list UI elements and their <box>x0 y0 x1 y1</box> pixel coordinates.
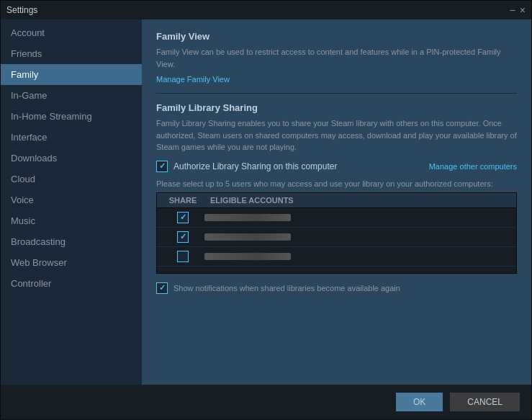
sidebar-item-inhomestreaming[interactable]: In-Home Streaming <box>1 106 142 127</box>
notify-row: Show notifications when shared libraries… <box>156 282 517 294</box>
table-desc: Please select up to 5 users who may acce… <box>156 179 517 188</box>
table-row <box>157 228 516 247</box>
family-library-section: Family Library Sharing Family Library Sh… <box>156 102 517 294</box>
account-name-2 <box>204 233 291 241</box>
table-row <box>157 247 516 267</box>
row-check-3 <box>161 251 204 262</box>
accounts-column-header: ELIGIBLE ACCOUNTS <box>204 196 512 205</box>
sidebar-item-account[interactable]: Account <box>1 22 142 43</box>
window-title: Settings <box>6 5 37 15</box>
sidebar-item-interface[interactable]: Interface <box>1 127 142 148</box>
window-controls: − × <box>510 5 526 15</box>
account-name-3 <box>204 253 291 260</box>
eligible-rows <box>157 208 516 273</box>
sidebar-item-broadcasting[interactable]: Broadcasting <box>1 231 142 252</box>
window-content: Account Friends Family In-Game In-Home S… <box>1 19 531 385</box>
ok-button[interactable]: OK <box>396 393 443 411</box>
authorize-row: Authorize Library Sharing on this comput… <box>156 161 517 172</box>
notify-label: Show notifications when shared libraries… <box>173 284 400 292</box>
account-name-1 <box>204 214 291 221</box>
table-row <box>157 208 516 228</box>
sidebar-item-controller[interactable]: Controller <box>1 273 142 294</box>
family-view-section: Family View Family View can be used to r… <box>156 31 517 84</box>
authorize-left: Authorize Library Sharing on this comput… <box>156 161 337 172</box>
cancel-button[interactable]: CANCEL <box>450 393 520 411</box>
sidebar-item-downloads[interactable]: Downloads <box>1 148 142 169</box>
account-checkbox-1[interactable] <box>177 212 189 223</box>
account-checkbox-3[interactable] <box>177 251 189 262</box>
main-panel: Family View Family View can be used to r… <box>142 19 531 385</box>
title-bar: Settings − × <box>1 1 531 19</box>
section-divider <box>156 93 517 94</box>
notify-checkbox[interactable] <box>156 282 168 294</box>
row-check-2 <box>161 231 204 243</box>
sidebar-item-family[interactable]: Family <box>1 64 142 85</box>
manage-family-view-link[interactable]: Manage Family View <box>156 75 230 84</box>
close-button[interactable]: × <box>520 5 526 15</box>
row-check-1 <box>161 212 204 223</box>
sidebar-item-music[interactable]: Music <box>1 210 142 231</box>
share-column-header: SHARE <box>161 196 204 205</box>
account-checkbox-2[interactable] <box>177 231 189 243</box>
table-header: SHARE ELIGIBLE ACCOUNTS <box>157 193 516 208</box>
sidebar-item-voice[interactable]: Voice <box>1 189 142 210</box>
manage-other-computers-link[interactable]: Manage other computers <box>429 162 517 171</box>
footer: OK CANCEL <box>1 385 531 419</box>
sidebar-item-ingame[interactable]: In-Game <box>1 85 142 106</box>
sidebar: Account Friends Family In-Game In-Home S… <box>1 19 142 385</box>
family-library-desc: Family Library Sharing enables you to sh… <box>156 117 517 153</box>
settings-window: Settings − × Account Friends Family In-G… <box>0 0 532 420</box>
family-library-title: Family Library Sharing <box>156 102 517 113</box>
eligible-accounts-table: SHARE ELIGIBLE ACCOUNTS <box>156 192 517 274</box>
sidebar-item-webbrowser[interactable]: Web Browser <box>1 252 142 273</box>
authorize-checkbox[interactable] <box>156 161 168 172</box>
family-view-desc: Family View can be used to restrict acce… <box>156 46 517 70</box>
sidebar-item-friends[interactable]: Friends <box>1 43 142 64</box>
family-view-title: Family View <box>156 31 517 42</box>
minimize-button[interactable]: − <box>510 5 515 15</box>
sidebar-item-cloud[interactable]: Cloud <box>1 169 142 189</box>
authorize-label: Authorize Library Sharing on this comput… <box>173 161 337 171</box>
